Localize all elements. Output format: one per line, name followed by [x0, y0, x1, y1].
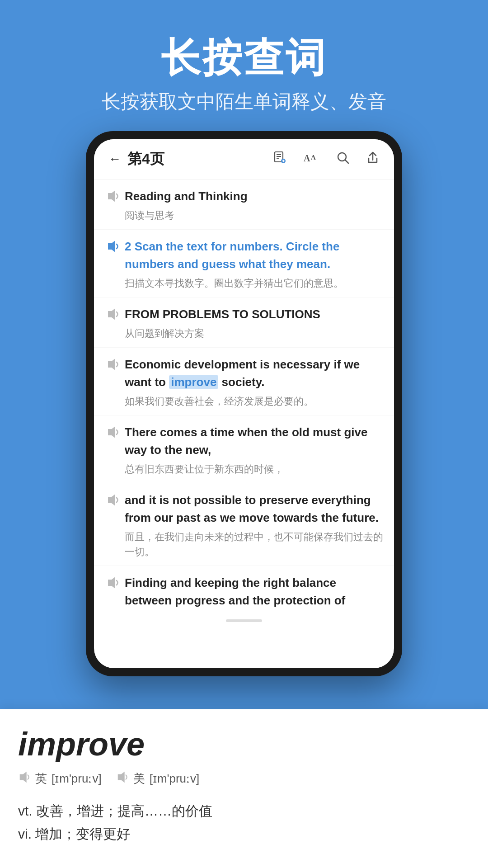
cn-text-3: 从问题到解决方案: [125, 326, 383, 341]
list-item: 2 Scan the text for numbers. Circle the …: [94, 230, 394, 297]
phone-frame: ← 第4页: [86, 131, 402, 676]
svg-marker-14: [108, 359, 115, 370]
phone-mockup: ← 第4页: [86, 131, 402, 676]
en-text-1: Reading and Thinking: [125, 188, 383, 205]
search-icon[interactable]: [336, 151, 350, 168]
dict-def-2: vi. 增加；变得更好: [18, 822, 470, 845]
en-text-6: and it is not possible to preserve every…: [125, 491, 383, 527]
main-title: 长按查词: [0, 36, 488, 80]
en-text-3: FROM PROBLEMS TO SOLUTIONS: [125, 306, 383, 323]
svg-marker-18: [20, 772, 27, 783]
row-text-3: FROM PROBLEMS TO SOLUTIONS 从问题到解决方案: [125, 306, 383, 341]
svg-marker-11: [108, 190, 115, 202]
svg-marker-19: [117, 772, 124, 783]
phonetic-sound-icon-us[interactable]: [116, 771, 129, 787]
cn-text-6: 而且，在我们走向未来的过程中，也不可能保存我们过去的一切。: [125, 529, 383, 559]
svg-text:A: A: [304, 153, 310, 163]
phonetic-en: 英 [ɪm'pruːv]: [18, 771, 102, 787]
list-item: Economic development is necessary if we …: [94, 348, 394, 415]
row-text-5: There comes a time when the old must giv…: [125, 424, 383, 476]
phonetic-en-lang: 英: [35, 771, 47, 787]
share-icon[interactable]: [366, 151, 380, 168]
sound-button-1[interactable]: [101, 188, 125, 203]
phone-screen: ← 第4页: [94, 139, 394, 668]
sound-button-3[interactable]: [101, 306, 125, 321]
scroll-indicator: [226, 619, 262, 622]
topbar-left: ← 第4页: [108, 149, 164, 169]
topbar-icons: A A: [273, 151, 380, 168]
svg-marker-17: [108, 577, 115, 589]
phonetic-us-text: [ɪm'pruːv]: [150, 772, 200, 786]
list-item: FROM PROBLEMS TO SOLUTIONS 从问题到解决方案: [94, 297, 394, 348]
doc-settings-icon[interactable]: [273, 151, 287, 168]
list-item: Finding and keeping the right balance be…: [94, 566, 394, 616]
list-item: and it is not possible to preserve every…: [94, 483, 394, 566]
content-area: Reading and Thinking 阅读与思考 2 Scan the te…: [94, 179, 394, 668]
page-label: 第4页: [127, 149, 164, 169]
cn-text-5: 总有旧东西要让位于新东西的时候，: [125, 462, 383, 476]
dict-word: improve: [18, 726, 470, 763]
row-text-6: and it is not possible to preserve every…: [125, 491, 383, 559]
svg-marker-13: [108, 308, 115, 320]
back-button[interactable]: ←: [108, 152, 121, 166]
phonetic-us-lang: 美: [133, 771, 145, 787]
sound-button-2[interactable]: [101, 238, 125, 253]
phonetic-us: 美 [ɪm'pruːv]: [116, 771, 200, 787]
row-text-7: Finding and keeping the right balance be…: [125, 574, 383, 609]
svg-marker-15: [108, 426, 115, 438]
phonetic-sound-icon-en[interactable]: [18, 771, 31, 787]
dict-def-1: vt. 改善，增进；提高……的价值: [18, 799, 470, 822]
sub-title: 长按获取文中陌生单词释义、发音: [0, 89, 488, 114]
sound-button-5[interactable]: [101, 424, 125, 439]
highlight-improve[interactable]: improve: [169, 375, 218, 389]
header-area: 长按查词 长按获取文中陌生单词释义、发音: [0, 0, 488, 132]
cn-text-1: 阅读与思考: [125, 208, 383, 223]
sound-button-7[interactable]: [101, 574, 125, 590]
cn-text-2: 扫描文本寻找数字。圈出数字并猜出它们的意思。: [125, 276, 383, 291]
dictionary-panel: improve 英 [ɪm'pruːv] 美 [ɪm'pruːv] v: [0, 709, 488, 868]
en-text-2: 2 Scan the text for numbers. Circle the …: [125, 238, 383, 273]
dict-phonetics: 英 [ɪm'pruːv] 美 [ɪm'pruːv]: [18, 771, 470, 787]
font-size-icon[interactable]: A A: [304, 151, 320, 168]
en-text-7: Finding and keeping the right balance be…: [125, 574, 383, 609]
cn-text-4: 如果我们要改善社会，经济发展是必要的。: [125, 394, 383, 409]
phonetic-en-text: [ɪm'pruːv]: [52, 772, 102, 786]
sound-button-6[interactable]: [101, 491, 125, 507]
app-topbar: ← 第4页: [94, 139, 394, 179]
dict-definitions: vt. 改善，增进；提高……的价值 vi. 增加；变得更好: [18, 799, 470, 845]
svg-text:A: A: [311, 154, 316, 161]
en-text-4: Economic development is necessary if we …: [125, 356, 383, 391]
sound-button-4[interactable]: [101, 356, 125, 371]
row-text-1: Reading and Thinking 阅读与思考: [125, 188, 383, 223]
svg-line-10: [345, 160, 348, 163]
list-item: Reading and Thinking 阅读与思考: [94, 179, 394, 230]
row-text-4: Economic development is necessary if we …: [125, 356, 383, 409]
en-text-5: There comes a time when the old must giv…: [125, 424, 383, 459]
svg-marker-12: [108, 241, 115, 252]
svg-marker-16: [108, 494, 115, 506]
row-text-2: 2 Scan the text for numbers. Circle the …: [125, 238, 383, 291]
list-item: There comes a time when the old must giv…: [94, 415, 394, 483]
